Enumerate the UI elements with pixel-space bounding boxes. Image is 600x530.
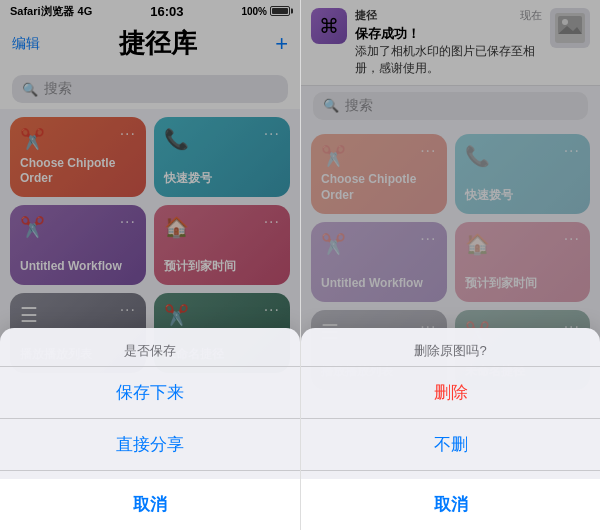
sheet-title-left: 是否保存 xyxy=(0,328,300,366)
sheet-btn2-left[interactable]: 直接分享 xyxy=(0,419,300,471)
sheet-btn1-left[interactable]: 保存下来 xyxy=(0,367,300,419)
right-phone-panel: ⌘ 捷径 现在 保存成功！ 添加了相机水印的图片已保存至相册，感谢使用。 🔍 搜… xyxy=(300,0,600,530)
left-phone-panel: Safari浏览器 4G 16:03 100% 编辑 捷径库 + 🔍 搜索 ··… xyxy=(0,0,300,530)
sheet-cancel-right[interactable]: 取消 xyxy=(301,479,600,530)
sheet-cancel-left[interactable]: 取消 xyxy=(0,479,300,530)
sheet-btn2-right[interactable]: 不删 xyxy=(301,419,600,471)
sheet-btn1-right[interactable]: 删除 xyxy=(301,367,600,419)
bottom-sheet-right: 删除原图吗? 删除 不删 取消 xyxy=(301,328,600,530)
bottom-sheet-left: 是否保存 保存下来 直接分享 取消 xyxy=(0,328,300,530)
sheet-title-right: 删除原图吗? xyxy=(301,328,600,366)
